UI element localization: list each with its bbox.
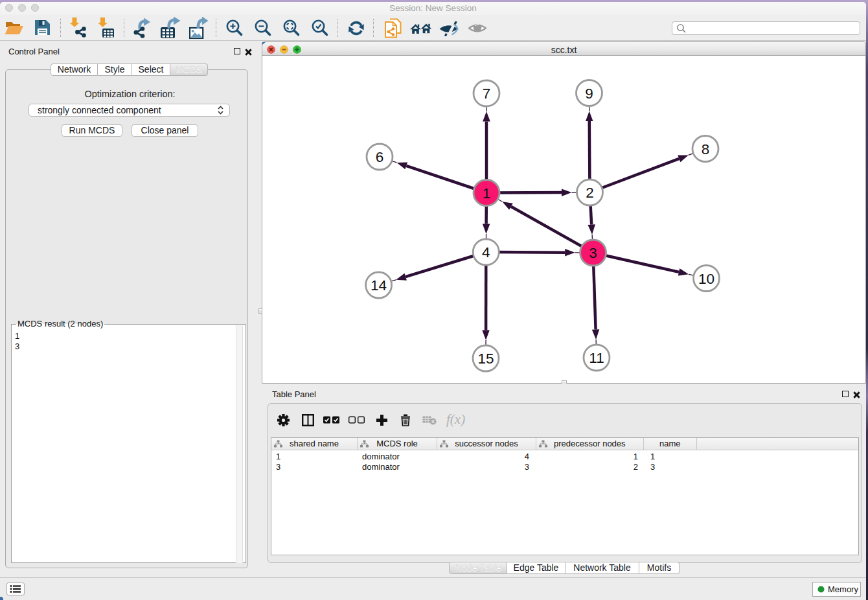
svg-text:3: 3 (589, 245, 597, 261)
svg-text:4: 4 (482, 244, 490, 260)
svg-text:10: 10 (698, 271, 714, 287)
svg-text:7: 7 (483, 86, 491, 102)
svg-text:6: 6 (376, 149, 384, 165)
svg-text:2: 2 (586, 185, 594, 201)
svg-text:8: 8 (702, 141, 710, 157)
svg-text:9: 9 (585, 86, 593, 102)
svg-text:1: 1 (483, 185, 491, 202)
svg-text:15: 15 (477, 351, 494, 367)
svg-text:11: 11 (589, 350, 604, 366)
svg-text:14: 14 (371, 277, 387, 294)
